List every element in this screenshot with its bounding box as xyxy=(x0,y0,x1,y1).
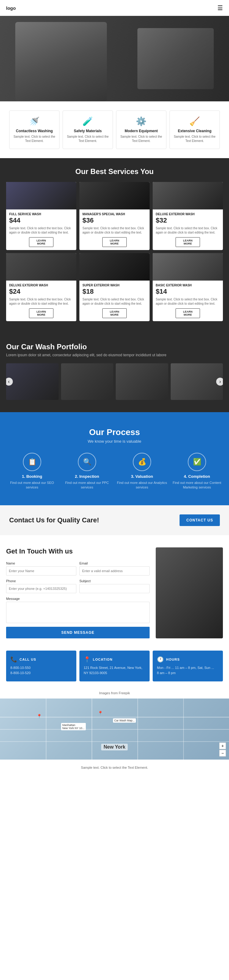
feature-card-3: 🧹 Extensive Cleaning Sample text. Click … xyxy=(169,111,220,149)
info-card-title-0: CALL US xyxy=(19,658,36,661)
map-zoom-out-button[interactable]: − xyxy=(219,750,226,757)
service-name-3: DELUXE EXTERIOR WASH xyxy=(9,284,73,287)
info-card-title-1: LOCATION xyxy=(93,658,113,661)
info-card-content-1: 121 Rock Street, 21 Avenue, New York, NY… xyxy=(84,665,145,676)
logo: logo xyxy=(6,5,16,11)
process-title: Our Process xyxy=(6,427,223,437)
feature-desc-0: Sample text. Click to select the Text El… xyxy=(13,135,56,143)
info-card-0: 📞 CALL US 8-800-10-5508-800-10-520 xyxy=(6,651,76,681)
service-name-2: DELUXE EXTERIOR WASH xyxy=(156,213,220,216)
feature-icon-1: 🧪 xyxy=(66,116,110,126)
name-input[interactable] xyxy=(6,566,76,576)
portfolio-title: Our Car Wash Portfolio xyxy=(6,342,223,351)
portfolio-image-3 xyxy=(116,363,168,400)
form-row-2: Phone Subject xyxy=(6,579,149,593)
service-image-3 xyxy=(6,253,76,280)
contact-form-section: Get In Touch With us Name Email Phone Su… xyxy=(0,535,229,651)
feature-card-2: ⚙️ Modern Equipment Sample text. Click t… xyxy=(116,111,166,149)
contact-form-title: Get In Touch With us xyxy=(6,547,149,555)
service-learn-btn-4[interactable]: LEARN MORE xyxy=(102,309,127,318)
service-price-5: $14 xyxy=(156,288,220,296)
portfolio-image-4 xyxy=(171,363,223,400)
service-desc-2: Sample text. Click to select the text bo… xyxy=(156,226,220,235)
service-card-1: MANAGER'S SPECIAL WASH $36 Sample text. … xyxy=(80,182,149,250)
service-desc-5: Sample text. Click to select the text bo… xyxy=(156,298,220,306)
feature-title-2: Modern Equipment xyxy=(119,129,163,133)
phone-input[interactable] xyxy=(6,584,76,593)
contact-form-side: Get In Touch With us Name Email Phone Su… xyxy=(6,547,149,638)
service-desc-4: Sample text. Click to select the text bo… xyxy=(83,298,146,306)
carousel-right-button[interactable]: › xyxy=(216,378,223,386)
info-card-icon-0: 📞 xyxy=(10,656,17,663)
service-desc-3: Sample text. Click to select the text bo… xyxy=(9,298,73,306)
features-section: 🚿 Contactless Washing Sample text. Click… xyxy=(0,101,229,158)
subject-input[interactable] xyxy=(80,584,149,593)
feature-icon-0: 🚿 xyxy=(13,116,56,126)
service-image-5 xyxy=(153,253,223,280)
service-name-1: MANAGER'S SPECIAL WASH xyxy=(83,213,146,216)
step-name-2: 3. Valuation xyxy=(116,474,168,479)
step-icon-3: ✅ xyxy=(188,453,206,471)
step-name-1: 2. Inspection xyxy=(61,474,113,479)
hamburger-menu-icon[interactable]: ☰ xyxy=(217,4,223,11)
message-label: Message xyxy=(6,597,149,601)
step-desc-2: Find out more about our Analytics servic… xyxy=(116,480,168,490)
process-step-2: 💰 3. Valuation Find out more about our A… xyxy=(116,453,168,490)
hero-person-element xyxy=(15,22,107,101)
map-label: New York xyxy=(101,744,128,751)
email-input[interactable] xyxy=(80,566,149,576)
service-learn-btn-3[interactable]: LEARN MORE xyxy=(29,309,53,318)
service-image-1 xyxy=(80,182,149,210)
footer-label: Sample text. Click to select the Text El… xyxy=(81,766,148,769)
services-title: Our Best Services You xyxy=(6,167,223,176)
contact-us-button[interactable]: CONTACT US xyxy=(180,514,220,526)
feature-title-1: Safety Materials xyxy=(66,129,110,133)
info-card-2: 🕐 HOURS Mon - Fri ... 11 am – 8 pm, Sat,… xyxy=(153,651,223,681)
form-name-group: Name xyxy=(6,562,76,576)
freepik-bar: Images from Freepik xyxy=(0,687,229,698)
form-subject-group: Subject xyxy=(80,579,149,593)
step-name-0: 1. Booking xyxy=(6,474,58,479)
process-step-1: 🔍 2. Inspection Find out more about our … xyxy=(61,453,113,490)
process-subtitle: We know your time is valuable xyxy=(6,439,223,444)
info-card-title-2: HOURS xyxy=(166,658,180,661)
service-name-0: FULL SERVICE WASH xyxy=(9,213,73,216)
feature-title-0: Contactless Washing xyxy=(13,129,56,133)
feature-desc-3: Sample text. Click to select the Text El… xyxy=(173,135,216,143)
feature-desc-1: Sample text. Click to select the Text El… xyxy=(66,135,110,143)
process-step-0: 📋 1. Booking Find out more about our SEO… xyxy=(6,453,58,490)
hero-section xyxy=(0,16,229,101)
step-desc-1: Find out more about our PPC services xyxy=(61,480,113,490)
info-card-1: 📍 LOCATION 121 Rock Street, 21 Avenue, N… xyxy=(80,651,149,681)
hero-right-element xyxy=(137,28,214,89)
map-pin-2: ManhattanNew York NY 10... xyxy=(61,723,86,730)
form-row-1: Name Email xyxy=(6,562,149,576)
feature-icon-3: 🧹 xyxy=(173,116,216,126)
name-label: Name xyxy=(6,562,76,565)
info-card-icon-1: 📍 xyxy=(84,656,91,663)
info-card-icon-2: 🕐 xyxy=(157,656,164,663)
feature-card-0: 🚿 Contactless Washing Sample text. Click… xyxy=(9,111,60,149)
message-textarea[interactable] xyxy=(6,602,149,623)
map-pin-4: Car Wash Map... xyxy=(113,718,136,722)
step-icon-1: 🔍 xyxy=(78,453,96,471)
step-desc-0: Find out more about our SEO services xyxy=(6,480,58,490)
service-learn-btn-2[interactable]: LEARN MORE xyxy=(176,237,200,247)
service-name-5: BASIC EXTERIOR WASH xyxy=(156,284,220,287)
map-zoom-in-button[interactable]: + xyxy=(219,743,226,749)
form-message-group: Message xyxy=(6,597,149,623)
service-learn-btn-1[interactable]: LEARN MORE xyxy=(102,237,127,247)
contact-banner-text: Contact Us for Quality Care! xyxy=(9,516,99,524)
feature-title-3: Extensive Cleaning xyxy=(173,129,216,133)
service-learn-btn-5[interactable]: LEARN MORE xyxy=(176,309,200,318)
info-card-header-1: 📍 LOCATION xyxy=(84,656,145,663)
phone-label: Phone xyxy=(6,579,76,583)
services-section: Our Best Services You FULL SERVICE WASH … xyxy=(0,158,229,333)
service-card-3: DELUXE EXTERIOR WASH $24 Sample text. Cl… xyxy=(6,253,76,321)
portfolio-image-1 xyxy=(6,363,59,400)
service-price-0: $44 xyxy=(9,216,73,224)
send-message-button[interactable]: SEND MESSAGE xyxy=(6,627,149,638)
process-section: Our Process We know your time is valuabl… xyxy=(0,412,229,505)
service-learn-btn-0[interactable]: LEARN MORE xyxy=(29,237,53,247)
service-price-3: $24 xyxy=(9,288,73,296)
